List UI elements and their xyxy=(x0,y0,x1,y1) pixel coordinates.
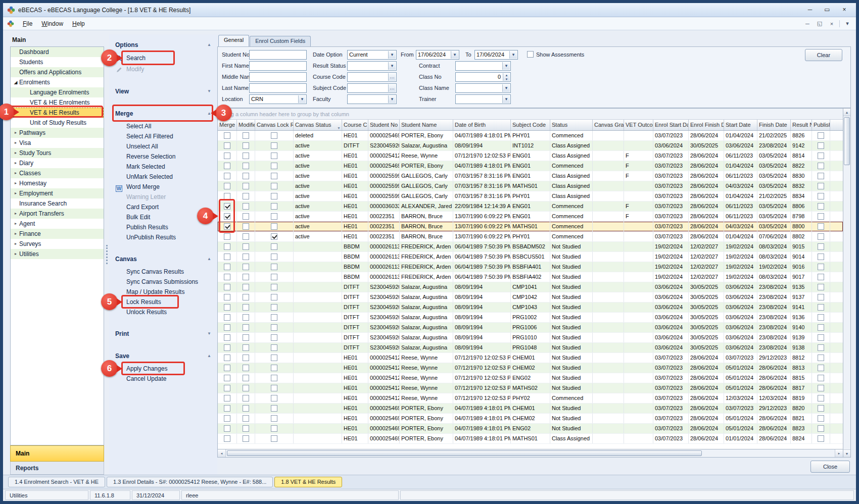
cell-modified[interactable] xyxy=(237,222,255,231)
action-select-all-filtered[interactable]: Select All Filtered xyxy=(109,131,217,141)
tree-expand-icon[interactable]: ▸ xyxy=(12,188,19,198)
cell-canvas_lock[interactable] xyxy=(255,181,294,191)
cell-modified[interactable] xyxy=(237,242,255,251)
cell-canvas_lock[interactable] xyxy=(255,343,294,352)
action-bulk-edit[interactable]: Bulk Edit xyxy=(109,212,217,222)
cell-modified[interactable] xyxy=(237,333,255,342)
sidebar-item-finance[interactable]: ▸Finance xyxy=(11,229,104,239)
cell-publish[interactable] xyxy=(812,191,830,201)
cell-publish[interactable] xyxy=(812,252,830,262)
merge-checkbox[interactable] xyxy=(224,173,230,179)
grid-row[interactable]: BBDM0000026113FREDERICK, Arden06/04/1989… xyxy=(218,242,843,252)
grid-row[interactable]: BBDM0000026113FREDERICK, Arden06/04/1989… xyxy=(218,272,843,282)
sidebar-item-agent[interactable]: ▸Agent xyxy=(11,219,104,229)
canvas_lock-checkbox[interactable] xyxy=(271,203,277,210)
cell-canvas_lock[interactable] xyxy=(255,262,294,272)
minimize-button[interactable]: ─ xyxy=(802,5,818,15)
cell-modified[interactable] xyxy=(237,131,255,140)
publish-checkbox[interactable] xyxy=(818,254,824,260)
canvas_lock-checkbox[interactable] xyxy=(271,284,277,290)
cell-modified[interactable] xyxy=(237,373,255,383)
spin-down-icon[interactable]: ▼ xyxy=(503,77,510,81)
column-header-student_no[interactable]: Student No xyxy=(368,120,400,130)
sidebar-item-offers-and-applications[interactable]: Offers and Applications xyxy=(11,67,104,77)
cell-merge[interactable] xyxy=(218,292,237,302)
cell-canvas_lock[interactable] xyxy=(255,212,294,221)
canvas_lock-checkbox[interactable] xyxy=(271,344,277,351)
column-header-course[interactable]: Course C xyxy=(342,120,368,130)
cell-merge[interactable] xyxy=(218,252,237,262)
action-unselect-all[interactable]: Unselect All xyxy=(109,141,217,152)
action-apply-changes[interactable]: Apply Changes xyxy=(109,364,217,374)
cell-canvas_lock[interactable] xyxy=(255,252,294,262)
publish-checkbox[interactable] xyxy=(818,435,824,442)
cell-merge[interactable] xyxy=(218,313,237,322)
faculty-select[interactable] xyxy=(347,94,397,104)
modified-checkbox[interactable] xyxy=(243,142,249,149)
mdi-close-icon[interactable]: × xyxy=(827,21,836,27)
cell-modified[interactable] xyxy=(237,424,255,433)
modified-checkbox[interactable] xyxy=(243,355,249,361)
cell-merge[interactable] xyxy=(218,141,237,150)
last-name-input[interactable] xyxy=(249,83,307,93)
student-no-input[interactable] xyxy=(249,50,307,60)
canvas_lock-checkbox[interactable] xyxy=(271,213,277,220)
grid-row[interactable]: HE010000025469PORTER, Ebony04/07/1989 4:… xyxy=(218,414,843,424)
action-map-update-results[interactable]: Map / Update Results xyxy=(109,287,217,297)
modified-checkbox[interactable] xyxy=(243,223,249,230)
sidebar-item-diary[interactable]: ▸Diary xyxy=(11,158,104,168)
cell-canvas_lock[interactable] xyxy=(255,373,294,383)
canvas_lock-checkbox[interactable] xyxy=(271,294,277,300)
grid-row[interactable]: activeHE0100022351BARRON, Bruce13/07/199… xyxy=(218,222,843,232)
merge-checkbox[interactable] xyxy=(224,375,230,381)
cell-modified[interactable] xyxy=(237,151,255,161)
column-header-student_name[interactable]: Student Name xyxy=(400,120,453,130)
merge-checkbox[interactable] xyxy=(224,415,230,422)
canvas_lock-checkbox[interactable] xyxy=(271,223,277,230)
modified-checkbox[interactable] xyxy=(243,294,249,300)
horizontal-scrollbar[interactable]: ◂ ▸ xyxy=(218,449,843,457)
cell-merge[interactable] xyxy=(218,171,237,181)
publish-checkbox[interactable] xyxy=(818,132,824,139)
cell-canvas_lock[interactable] xyxy=(255,303,294,312)
publish-checkbox[interactable] xyxy=(818,264,824,270)
publish-checkbox[interactable] xyxy=(818,243,824,250)
cell-modified[interactable] xyxy=(237,201,255,211)
modified-checkbox[interactable] xyxy=(243,435,249,442)
modified-checkbox[interactable] xyxy=(243,395,249,401)
grid-row[interactable]: activeHE010000025599GALLEGOS, Carly07/03… xyxy=(218,191,843,201)
cell-canvas_lock[interactable] xyxy=(255,191,294,201)
modified-checkbox[interactable] xyxy=(243,425,249,432)
action-select-all[interactable]: Select All xyxy=(109,121,217,131)
spin-up-icon[interactable]: ▲ xyxy=(503,73,510,77)
grid-row[interactable]: HE010000025469PORTER, Ebony04/07/1989 4:… xyxy=(218,424,843,434)
publish-checkbox[interactable] xyxy=(818,425,824,432)
cell-canvas_lock[interactable] xyxy=(255,434,294,443)
cell-modified[interactable] xyxy=(237,262,255,272)
cell-merge[interactable] xyxy=(218,262,237,272)
modified-checkbox[interactable] xyxy=(243,173,249,179)
column-header-merge[interactable]: Merge xyxy=(218,120,237,130)
cell-merge[interactable] xyxy=(218,201,237,211)
canvas_lock-checkbox[interactable] xyxy=(271,254,277,260)
publish-checkbox[interactable] xyxy=(818,314,824,321)
cell-merge[interactable] xyxy=(218,282,237,292)
canvas_lock-checkbox[interactable] xyxy=(271,395,277,401)
cell-canvas_lock[interactable] xyxy=(255,424,294,433)
cell-merge[interactable] xyxy=(218,131,237,140)
cell-canvas_lock[interactable] xyxy=(255,282,294,292)
grid-row[interactable]: HE010000025469PORTER, Ebony04/07/1989 4:… xyxy=(218,434,843,444)
canvas_lock-checkbox[interactable] xyxy=(271,193,277,199)
grid-row[interactable]: DITFTS230045920Salazar, Augustina08/09/1… xyxy=(218,323,843,333)
publish-checkbox[interactable] xyxy=(818,203,824,210)
cell-merge[interactable] xyxy=(218,353,237,363)
canvas_lock-checkbox[interactable] xyxy=(271,304,277,311)
canvas_lock-checkbox[interactable] xyxy=(271,264,277,270)
cell-modified[interactable] xyxy=(237,313,255,322)
cell-canvas_lock[interactable] xyxy=(255,171,294,181)
canvas_lock-checkbox[interactable] xyxy=(271,355,277,361)
cell-publish[interactable] xyxy=(812,151,830,161)
merge-checkbox[interactable] xyxy=(224,284,230,290)
column-header-dob[interactable]: Date of Birth xyxy=(453,120,511,130)
column-header-subject[interactable]: Subject Code xyxy=(511,120,550,130)
